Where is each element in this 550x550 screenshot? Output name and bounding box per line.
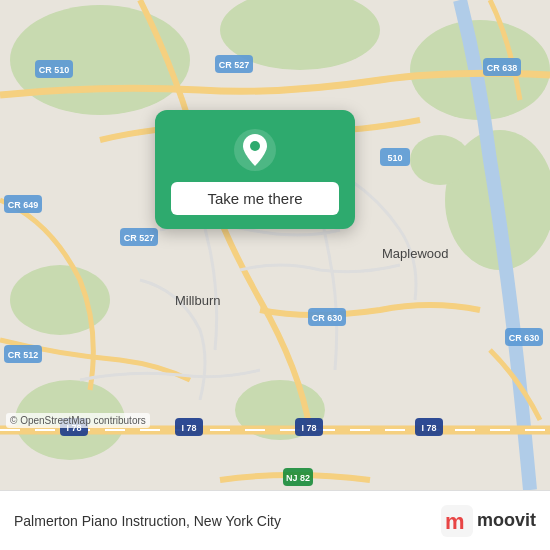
- location-popup: Take me there: [155, 110, 355, 229]
- svg-text:CR 630: CR 630: [509, 333, 540, 343]
- moovit-logo: m moovit: [441, 505, 536, 537]
- svg-text:m: m: [445, 509, 465, 534]
- svg-text:Millburn: Millburn: [175, 293, 221, 308]
- svg-text:CR 638: CR 638: [487, 63, 518, 73]
- map-attribution: © OpenStreetMap contributors: [6, 413, 150, 428]
- svg-text:CR 649: CR 649: [8, 200, 39, 210]
- moovit-logo-text: moovit: [477, 510, 536, 531]
- svg-text:CR 512: CR 512: [8, 350, 39, 360]
- map-area: CR 510 CR 527 CR 510 510 CR 638 CR 649 C…: [0, 0, 550, 490]
- svg-point-42: [250, 141, 260, 151]
- svg-text:CR 630: CR 630: [312, 313, 343, 323]
- take-me-there-button[interactable]: Take me there: [171, 182, 339, 215]
- svg-text:CR 527: CR 527: [219, 60, 250, 70]
- location-info-text: Palmerton Piano Instruction, New York Ci…: [14, 513, 431, 529]
- svg-text:NJ 82: NJ 82: [286, 473, 310, 483]
- svg-point-1: [10, 5, 190, 115]
- svg-text:I 78: I 78: [301, 423, 316, 433]
- svg-point-6: [10, 265, 110, 335]
- svg-text:CR 527: CR 527: [124, 233, 155, 243]
- svg-text:I 78: I 78: [421, 423, 436, 433]
- svg-text:I 78: I 78: [181, 423, 196, 433]
- svg-text:CR 510: CR 510: [39, 65, 70, 75]
- svg-text:510: 510: [387, 153, 402, 163]
- moovit-logo-icon: m: [441, 505, 473, 537]
- svg-text:Maplewood: Maplewood: [382, 246, 449, 261]
- svg-point-5: [410, 135, 470, 185]
- location-pin-icon: [233, 128, 277, 172]
- info-bar: Palmerton Piano Instruction, New York Ci…: [0, 490, 550, 550]
